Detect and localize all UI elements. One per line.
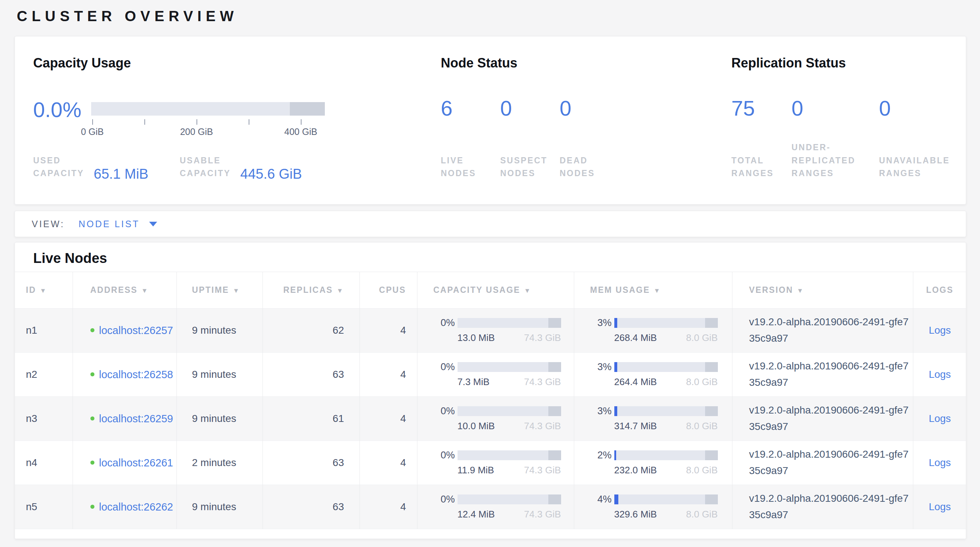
capacity-usage-bar [458, 318, 561, 328]
node-address-cell: localhost:26261 [73, 441, 177, 485]
node-replicas-cell: 62 [262, 308, 360, 353]
view-mode-dropdown[interactable]: NODE LIST [78, 219, 157, 229]
used-capacity-value: 65.1 MiB [94, 166, 148, 182]
memory-total-value: 8.0 GiB [686, 509, 718, 520]
memory-usage-bar [614, 318, 718, 328]
sort-desc-icon: ▼ [654, 287, 661, 294]
node-id-cell: n3 [15, 397, 73, 441]
node-address-link[interactable]: localhost:26259 [99, 411, 204, 426]
memory-total-value: 8.0 GiB [686, 420, 718, 432]
node-logs-cell: Logs [913, 353, 966, 397]
capacity-axis-labels: 0 GiB 200 GiB 400 GiB [91, 127, 325, 139]
node-capacity-cell: 0% 12.4 MiB 74.3 GiB [417, 485, 574, 529]
node-logs-link[interactable]: Logs [929, 369, 951, 380]
under-replicated-ranges-stat: 0 UNDER-REPLICATED RANGES [792, 98, 871, 180]
column-header-address[interactable]: ADDRESS▼ [73, 272, 177, 308]
node-address-cell: localhost:26258 [73, 353, 177, 397]
memory-usage-bar [614, 495, 718, 504]
node-logs-link[interactable]: Logs [929, 324, 951, 336]
chevron-down-icon [149, 222, 157, 226]
sort-desc-icon: ▼ [797, 287, 804, 294]
memory-percent-label: 3% [598, 317, 614, 329]
node-cpus-cell: 4 [360, 308, 417, 353]
capacity-bar-end-segment [548, 495, 561, 504]
memory-used-value: 264.4 MiB [614, 376, 657, 388]
live-nodes-label: LIVE NODES [441, 154, 495, 180]
view-mode-selected-value: NODE LIST [78, 219, 140, 229]
axis-label: 200 GiB [180, 127, 213, 137]
dead-nodes-label: DEAD NODES [560, 154, 614, 180]
capacity-total-value: 74.3 GiB [524, 464, 561, 476]
node-version-cell: v19.2.0-alpha.20190606-2491-gfe735c9a97 [732, 397, 913, 441]
node-logs-link[interactable]: Logs [929, 457, 951, 468]
view-selector-bar: VIEW: NODE LIST [14, 211, 966, 237]
unavailable-ranges-stat: 0 UNAVAILABLE RANGES [879, 98, 967, 180]
node-logs-link[interactable]: Logs [929, 501, 951, 512]
column-header-replicas[interactable]: REPLICAS▼ [262, 272, 360, 308]
used-capacity-kpi: USED CAPACITY 65.1 MiB [33, 154, 148, 180]
node-replicas-cell: 63 [262, 441, 360, 485]
column-header-label: ID [26, 285, 36, 295]
node-address-link[interactable]: localhost:26258 [99, 367, 204, 382]
column-header-label: MEM USAGE [590, 285, 650, 295]
column-header-uptime[interactable]: UPTIME▼ [177, 272, 262, 308]
node-replicas-cell: 63 [262, 353, 360, 397]
memory-percent-label: 3% [598, 361, 614, 373]
node-id-cell: n1 [15, 308, 73, 353]
axis-tick [301, 119, 302, 125]
sort-desc-icon: ▼ [141, 287, 148, 294]
capacity-used-value: 13.0 MiB [458, 332, 495, 343]
live-nodes-table: ID▼ ADDRESS▼ UPTIME▼ REPLICAS▼ CPUS CAPA… [15, 272, 966, 539]
memory-total-value: 8.0 GiB [686, 464, 718, 476]
memory-bar-fill [614, 318, 617, 328]
node-status-title: Node Status [441, 56, 517, 71]
node-memory-cell: 4% 329.6 MiB 8.0 GiB [574, 485, 732, 529]
column-header-label: REPLICAS [283, 285, 333, 295]
node-address-link[interactable]: localhost:26262 [99, 499, 204, 515]
node-address-link[interactable]: localhost:26261 [99, 455, 204, 471]
node-logs-cell: Logs [913, 441, 966, 485]
column-header-label: LOGS [926, 285, 953, 295]
node-address-cell: localhost:26257 [73, 308, 177, 353]
replication-status-title: Replication Status [731, 56, 846, 71]
node-logs-cell: Logs [913, 397, 966, 441]
memory-total-value: 8.0 GiB [686, 376, 718, 388]
column-header-capacity[interactable]: CAPACITY USAGE▼ [417, 272, 574, 308]
page-title: CLUSTER OVERVIEW [17, 8, 238, 24]
node-version-text: v19.2.0-alpha.20190606-2491-gfe735c9a97 [749, 446, 913, 479]
capacity-total-value: 74.3 GiB [524, 376, 561, 388]
sort-desc-icon: ▼ [524, 287, 531, 294]
node-id-cell: n2 [15, 353, 73, 397]
node-cpus-cell: 4 [360, 353, 417, 397]
column-header-logs: LOGS [913, 272, 966, 308]
capacity-usage-bar [458, 406, 561, 416]
node-address-link[interactable]: localhost:26257 [99, 323, 204, 338]
capacity-bar-track [91, 102, 325, 116]
node-id-cell: n5 [15, 485, 73, 529]
live-nodes-title: Live Nodes [15, 243, 966, 272]
node-capacity-cell: 0% 13.0 MiB 74.3 GiB [417, 308, 574, 353]
capacity-bar-end-segment [548, 406, 561, 416]
memory-bar-fill [614, 362, 617, 372]
memory-bar-end-segment [705, 495, 718, 504]
used-capacity-label: USED CAPACITY [33, 154, 88, 180]
live-status-dot-icon [91, 417, 94, 420]
column-header-version[interactable]: VERSION▼ [732, 272, 913, 308]
column-header-id[interactable]: ID▼ [15, 272, 73, 308]
memory-bar-end-segment [705, 406, 718, 416]
node-logs-link[interactable]: Logs [929, 413, 951, 424]
memory-used-value: 329.6 MiB [614, 509, 657, 520]
table-header-row: ID▼ ADDRESS▼ UPTIME▼ REPLICAS▼ CPUS CAPA… [15, 272, 966, 308]
memory-percent-label: 4% [598, 494, 614, 505]
live-nodes-stat: 6 LIVE NODES [441, 98, 495, 180]
column-header-memory[interactable]: MEM USAGE▼ [574, 272, 732, 308]
node-capacity-cell: 0% 7.3 MiB 74.3 GiB [417, 353, 574, 397]
usable-capacity-kpi: USABLE CAPACITY 445.6 GiB [180, 154, 302, 180]
column-header-label: UPTIME [192, 285, 229, 295]
suspect-nodes-value: 0 [500, 98, 563, 119]
sort-desc-icon: ▼ [232, 287, 240, 294]
node-logs-cell: Logs [913, 308, 966, 353]
memory-bar-fill [614, 406, 617, 416]
node-replicas-cell: 63 [262, 485, 360, 529]
node-memory-cell: 3% 264.4 MiB 8.0 GiB [574, 353, 732, 397]
